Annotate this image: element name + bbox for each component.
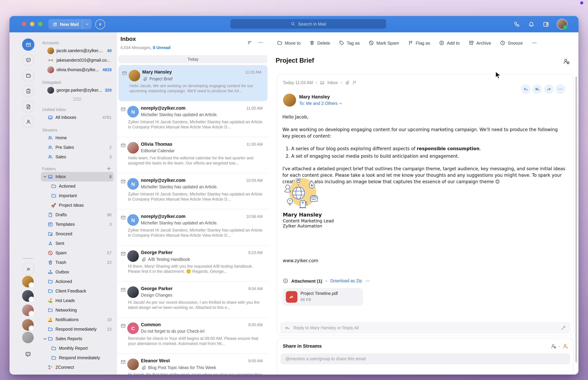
smart-compose-wand-icon[interactable] (560, 325, 566, 331)
reply-button[interactable] (521, 84, 531, 94)
window-close-button[interactable] (22, 22, 26, 26)
sidebar-item-all-inboxes[interactable]: All Inboxes4761 (41, 113, 114, 122)
rail-contacts-icon[interactable] (22, 115, 34, 128)
toolbar-snooze-button[interactable]: Snooze (500, 40, 523, 46)
sidebar-item-actioned[interactable]: Actioned (41, 277, 114, 286)
forward-button[interactable] (544, 84, 554, 94)
sidebar-item-notifications[interactable]: 🔔Notifications10 (41, 315, 114, 324)
sidebar-item-inbox[interactable]: Inbox8 (41, 172, 114, 182)
share-contact-icon[interactable] (562, 57, 570, 65)
toolbar-flag-as-button[interactable]: Flag as (408, 40, 430, 46)
mail-list-item[interactable]: Mary Hansley11:03 AMProject BriefHello J… (118, 65, 267, 101)
sidebar-item-sales[interactable]: Sales3 (41, 152, 114, 162)
toolbar-add-to-button[interactable]: Add to (439, 40, 460, 46)
unread-count-link[interactable]: 8 Unread (153, 45, 170, 50)
contact-avatar[interactable] (22, 290, 34, 302)
chevron-circle-icon[interactable] (283, 278, 288, 284)
attachment-file-card[interactable]: Project Timeline.pdf 68 KB (283, 288, 363, 306)
collapse-sidebar-button[interactable] (22, 263, 34, 275)
sidebar-item-home[interactable]: Home (41, 133, 114, 143)
sidebar-item-zconnect[interactable]: ZConnect (41, 363, 114, 372)
window-zoom-button[interactable] (38, 22, 43, 26)
flag-icon[interactable] (352, 80, 357, 85)
contact-avatar[interactable] (22, 276, 34, 287)
message-more-button[interactable] (556, 84, 565, 94)
sidebar-resize-handle[interactable] (41, 96, 114, 102)
contact-avatar[interactable] (22, 304, 34, 316)
mail-list-item[interactable]: Nnoreply@zylker.com11:00 AMMicheller Sta… (117, 101, 269, 137)
reading-pane-toggle-icon[interactable] (543, 21, 549, 27)
mail-list-item[interactable]: Olivia Thomas11:00 AMEditorial CalendarH… (117, 137, 269, 173)
recipients-dropdown[interactable]: To: Me and 2 Others (299, 101, 342, 106)
user-avatar[interactable] (557, 19, 567, 29)
window-minimize-button[interactable] (30, 22, 34, 26)
sidebar-item-pre-sales[interactable]: Pre Sales2 (41, 143, 114, 152)
contact-avatar[interactable] (22, 319, 34, 331)
sidebar-item-sales-reports[interactable]: Sales Reports (41, 334, 114, 343)
new-mail-dropdown[interactable] (83, 22, 91, 26)
toolbar-tag-as-button[interactable]: Tag as (339, 40, 360, 46)
mail-list-item[interactable]: Nnoreply@zylker.com10:59 AMMicheller Sta… (117, 173, 269, 209)
sidebar-item-spam[interactable]: Spam57 (41, 248, 114, 258)
rail-tasks-icon[interactable] (22, 85, 34, 97)
contact-avatar[interactable] (22, 332, 34, 343)
rail-mail-icon[interactable] (22, 38, 34, 51)
feedback-chat-icon[interactable] (22, 348, 34, 360)
mail-list-item[interactable]: Nnoreply@zylker.com10:58 AMMicheller Sta… (117, 209, 269, 246)
received-time: 11:00 AM (247, 142, 263, 146)
sidebar-item-snoozed[interactable]: Snoozed (41, 229, 114, 239)
sidebar-section-folders: Folders (41, 163, 114, 172)
mail-list-item[interactable]: CCommon9:00 AMDo not forget to do your C… (117, 318, 269, 354)
sidebar-item-drafts[interactable]: Drafts86 (41, 210, 114, 220)
streams-mention-input[interactable]: @mention a user/group to share this emai… (281, 353, 570, 364)
mail-list-item[interactable]: George Parker9:04 AMDesign ChangesHi Jac… (117, 282, 269, 318)
notifications-bell-icon[interactable] (528, 21, 535, 27)
sidebar-item-actioned[interactable]: Actioned (41, 182, 114, 191)
sidebar-item-outbox[interactable]: Outbox (41, 267, 114, 277)
phone-icon[interactable] (514, 21, 520, 27)
sidebar-item-important[interactable]: Important (41, 191, 114, 201)
attachment-more-icon[interactable] (365, 279, 370, 283)
filter-icon[interactable] (247, 40, 252, 45)
sender-avatar[interactable] (283, 94, 296, 107)
sidebar-item-trash[interactable]: Trash22 (41, 258, 114, 267)
sidebar-item-sent[interactable]: Sent (41, 239, 114, 248)
sidebar-item-monthly-report[interactable]: Monthly Report (41, 343, 114, 353)
account-item-jacob-sanders-zylker[interactable]: jacob.sanders@zylker....40 (41, 46, 114, 56)
sidebar-item-project-ideas[interactable]: 🚀Project Ideas (41, 201, 114, 210)
sidebar-item-templates[interactable]: Templates3 (41, 220, 114, 229)
toolbar-move-to-button[interactable]: Move to (277, 40, 301, 46)
person-add-icon[interactable] (550, 343, 557, 349)
account-item-olivia-thomas-zylke[interactable]: olivia.thomas@zylke...4828 (41, 65, 114, 75)
sidebar-item-client-feedback[interactable]: Client Feedback (41, 286, 114, 296)
rail-chat-icon[interactable] (22, 54, 34, 66)
quick-actions-button[interactable] (95, 19, 105, 29)
sidebar-item-networking[interactable]: Networking (41, 305, 114, 315)
mail-list-item[interactable]: George Parker9:23 AMA/B Testing Handbook… (117, 246, 269, 282)
search-input[interactable]: Search in Mail (230, 19, 386, 29)
sidebar-item-hot-leads[interactable]: ⛳Hot Leads (41, 296, 114, 305)
chevron-down-icon[interactable] (42, 336, 47, 342)
reader-scrollbar[interactable] (575, 76, 577, 363)
folder-label: Client Feedback (55, 289, 112, 293)
toolbar-archive-button[interactable]: Archive (469, 40, 491, 46)
add-folder-button[interactable] (106, 166, 112, 171)
toolbar-more-button[interactable] (532, 40, 537, 46)
quick-reply-bar[interactable]: Reply to Mary Hansley or Reply All (280, 322, 571, 334)
person-check-icon[interactable] (562, 343, 569, 349)
new-mail-button[interactable]: New Mail (48, 19, 91, 29)
download-as-zip-link[interactable]: Download as Zip (330, 279, 362, 283)
rail-wallet-icon[interactable] (22, 70, 34, 82)
account-item-jakesanders015-gmail-co[interactable]: jakesanders015@gmail.co... (41, 56, 114, 65)
list-more-icon[interactable] (258, 40, 263, 45)
reply-all-button[interactable] (533, 84, 542, 94)
rail-notes-icon[interactable] (22, 100, 34, 113)
chevron-down-icon[interactable] (42, 174, 47, 179)
toolbar-delete-button[interactable]: Delete (309, 40, 330, 46)
toolbar-mark-spam-button[interactable]: Mark Spam (369, 40, 399, 46)
delegated-account-item-george-parker-zylker[interactable]: george.parker@zylker...320 (41, 85, 114, 95)
sidebar-item-respond-immediately[interactable]: Respond Immediately (41, 353, 114, 363)
mail-list-item[interactable]: Eleanor West9:00 AMBlog Post Topic Ideas… (117, 354, 269, 375)
sidebar-item-respond-immediately[interactable]: Respond Immediately22 (41, 324, 114, 334)
signature-website-link[interactable]: www.zylker.com (283, 258, 318, 263)
